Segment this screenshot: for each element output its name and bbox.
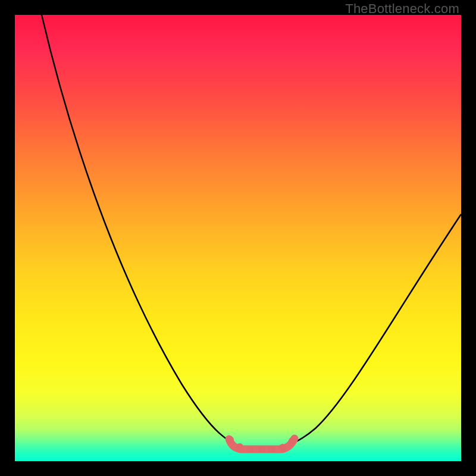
svg-point-6 — [289, 437, 296, 444]
svg-point-3 — [258, 446, 265, 453]
svg-point-0 — [227, 436, 234, 443]
bottleneck-curve — [15, 15, 461, 461]
svg-point-1 — [236, 443, 243, 450]
svg-point-2 — [247, 446, 254, 453]
plot-area — [15, 15, 461, 461]
curve-path — [42, 15, 461, 449]
svg-point-5 — [279, 444, 286, 451]
watermark-text: TheBottleneck.com — [345, 1, 459, 17]
chart-frame: TheBottleneck.com — [0, 0, 476, 476]
svg-point-4 — [268, 446, 275, 453]
